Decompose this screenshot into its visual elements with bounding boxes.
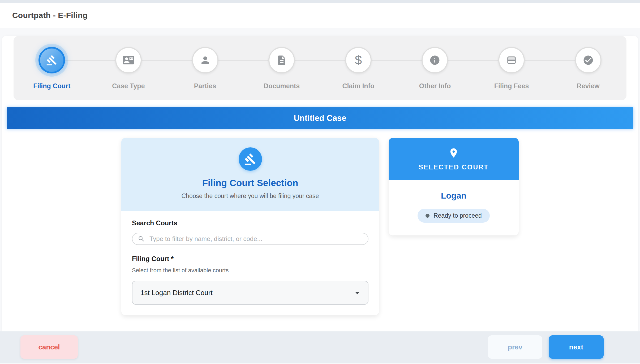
search-field-wrap bbox=[132, 233, 368, 245]
dollar-icon: $ bbox=[355, 54, 362, 67]
cancel-button[interactable]: cancel bbox=[20, 335, 78, 359]
step-label: Review bbox=[577, 82, 600, 90]
search-courts-label: Search Courts bbox=[132, 219, 368, 227]
search-courts-input[interactable] bbox=[132, 233, 368, 245]
step-circle bbox=[115, 47, 142, 73]
filing-court-selected-value: 1st Logan District Court bbox=[140, 289, 213, 297]
status-dot-icon bbox=[426, 214, 429, 218]
step-filing-fees[interactable]: Filing Fees bbox=[473, 36, 550, 100]
step-label: Documents bbox=[264, 82, 300, 90]
step-circle bbox=[268, 47, 295, 73]
gavel-icon bbox=[46, 55, 57, 66]
step-label: Other Info bbox=[419, 82, 451, 90]
step-label: Parties bbox=[194, 82, 216, 90]
step-circle: $ bbox=[345, 47, 372, 73]
next-button[interactable]: next bbox=[549, 335, 604, 359]
chevron-down-icon bbox=[355, 292, 359, 294]
case-title: Untitled Case bbox=[294, 113, 346, 123]
content-area: Filing Court Selection Choose the court … bbox=[2, 129, 638, 331]
step-documents[interactable]: Documents bbox=[243, 36, 320, 100]
info-icon bbox=[429, 55, 440, 66]
step-label: Claim Info bbox=[342, 82, 374, 90]
page-title: Courtpath - E-Filing bbox=[12, 11, 88, 20]
step-filing-court[interactable]: Filing Court bbox=[14, 36, 90, 100]
gavel-icon bbox=[244, 153, 256, 165]
step-other-info[interactable]: Other Info bbox=[397, 36, 473, 100]
step-circle bbox=[192, 47, 218, 73]
step-label: Filing Court bbox=[33, 82, 70, 90]
top-strip bbox=[0, 0, 640, 3]
location-pin-icon bbox=[448, 147, 459, 159]
filing-court-label: Filing Court * bbox=[132, 255, 368, 263]
prev-button[interactable]: prev bbox=[488, 335, 542, 359]
step-case-type[interactable]: Case Type bbox=[90, 36, 167, 100]
panel-subtitle: Choose the court where you will be filin… bbox=[127, 192, 374, 200]
filing-court-card-body: Search Courts Filing Court * Select from… bbox=[121, 211, 379, 315]
stepper: Filing Court Case Type Parties Documents bbox=[14, 36, 626, 100]
app-header: Courtpath - E-Filing bbox=[0, 3, 640, 28]
document-icon bbox=[276, 55, 287, 66]
step-circle bbox=[575, 47, 602, 73]
step-circle bbox=[38, 47, 65, 73]
main-wrapper: Filing Court Case Type Parties Documents bbox=[2, 36, 638, 331]
step-label: Filing Fees bbox=[494, 82, 529, 90]
status-badge: Ready to proceed bbox=[418, 209, 490, 223]
case-title-banner: Untitled Case bbox=[7, 107, 633, 129]
step-review[interactable]: Review bbox=[550, 36, 626, 100]
selected-court-card: SELECTED COURT Logan Ready to proceed bbox=[389, 138, 519, 235]
step-label: Case Type bbox=[112, 82, 145, 90]
filing-court-hint: Select from the list of available courts bbox=[132, 267, 368, 274]
contact-card-icon bbox=[123, 55, 134, 66]
selected-court-name: Logan bbox=[394, 191, 513, 201]
step-circle bbox=[422, 47, 448, 73]
person-icon bbox=[200, 55, 211, 66]
step-parties[interactable]: Parties bbox=[167, 36, 243, 100]
filing-court-select[interactable]: 1st Logan District Court bbox=[132, 281, 368, 305]
selected-court-title: SELECTED COURT bbox=[419, 163, 489, 171]
filing-court-card-header: Filing Court Selection Choose the court … bbox=[121, 138, 379, 211]
selected-court-body: Logan Ready to proceed bbox=[389, 180, 519, 235]
wizard-footer: cancel prev next bbox=[0, 331, 640, 363]
selected-court-header: SELECTED COURT bbox=[389, 138, 519, 180]
step-circle bbox=[498, 47, 525, 73]
panel-title: Filing Court Selection bbox=[127, 178, 374, 188]
check-circle-icon bbox=[583, 55, 594, 66]
gavel-badge bbox=[239, 147, 262, 171]
filing-court-card: Filing Court Selection Choose the court … bbox=[121, 138, 379, 315]
step-claim-info[interactable]: $ Claim Info bbox=[320, 36, 397, 100]
search-icon bbox=[138, 235, 145, 243]
status-text: Ready to proceed bbox=[433, 212, 482, 219]
credit-card-icon bbox=[506, 55, 517, 66]
